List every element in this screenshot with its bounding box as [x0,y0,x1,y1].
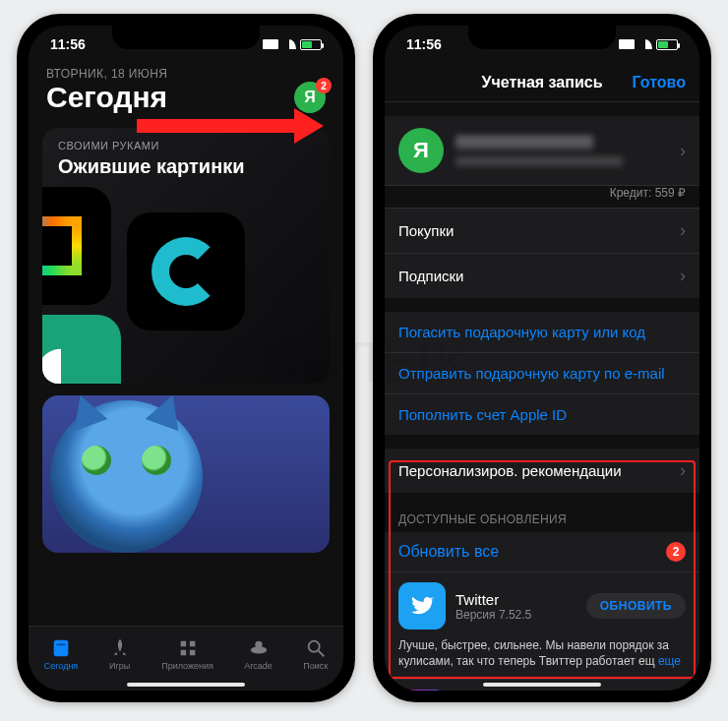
svg-point-4 [308,640,319,651]
tab-apps[interactable]: Приложения [161,637,213,671]
app-update-row: Twitter Версия 7.52.5 ОБНОВИТЬ Лучше, бы… [385,572,699,680]
right-screen: 11:56 Учетная запись Готово Я › [385,26,699,691]
account-avatar: Я [398,128,444,173]
svg-rect-1 [56,643,65,645]
battery-icon [300,39,322,50]
redeem-row[interactable]: Погасить подарочную карту или код [385,312,699,353]
chevron-right-icon: › [680,266,686,286]
more-link[interactable]: еще [658,654,681,668]
update-all-label: Обновить все [398,543,499,561]
tab-label: Поиск [303,661,328,671]
credit-row: Кредит: 559 ₽ [385,186,699,209]
update-button[interactable]: ОБНОВИТЬ [586,593,686,619]
update-all-row[interactable]: Обновить все 2 [385,532,699,572]
arcade-icon [248,637,270,659]
avatar-initial: Я [304,89,316,106]
twitter-app-icon [398,582,446,630]
account-name-redacted [455,136,593,150]
svg-line-5 [319,650,325,656]
notch [468,26,616,49]
avatar-badge: 2 [316,78,332,93]
credit-label: Кредит: 559 ₽ [610,186,686,200]
account-section: Я › Кредит: 559 ₽ [385,116,699,209]
instagram-app-icon [398,690,446,691]
today-icon [50,637,72,659]
app-description: Лучше, быстрее, сильнее. Мы навели поряд… [398,637,686,669]
account-row[interactable]: Я › [385,116,699,186]
update-count-badge: 2 [666,542,686,562]
tab-bar: Сегодня Игры Приложения Arcade Поиск [29,626,343,691]
tab-label: Игры [109,661,130,671]
card-caption: СВОИМИ РУКАМИ [58,140,159,151]
app-version: Версия 7.52.5 [455,608,576,622]
avatar-initial: Я [413,138,429,163]
twitter-bird-icon [408,592,436,620]
app-tile-icon [42,187,111,305]
chevron-right-icon: › [680,141,686,161]
annotation-arrow [137,112,324,140]
tab-label: Arcade [244,661,273,671]
row-label: Персонализиров. рекомендации [398,462,622,479]
featured-card-2[interactable] [42,395,330,553]
svg-rect-0 [54,639,69,656]
updates-section: Обновить все 2 Twitter Версия 7.52.5 ОБН… [385,532,699,691]
home-indicator[interactable] [483,683,601,687]
right-phone-frame: 11:56 Учетная запись Готово Я › [373,14,711,702]
add-funds-row[interactable]: Пополнить счет Apple ID [385,394,699,435]
done-button[interactable]: Готово [633,74,686,91]
cellular-icon [263,39,278,49]
row-label: Погасить подарочную карту или код [398,324,645,340]
svg-point-3 [255,640,262,647]
tab-search[interactable]: Поиск [303,637,328,671]
chevron-right-icon: › [680,460,686,481]
purchases-row[interactable]: Покупки › [385,209,699,254]
today-title: Сегодня [46,81,167,114]
wifi-icon [638,39,652,49]
apps-icon [177,637,199,659]
app-tile-icon [42,315,121,384]
row-label: Пополнить счет Apple ID [398,406,567,423]
send-gift-row[interactable]: Отправить подарочную карту по e-mail [385,353,699,394]
tab-label: Приложения [161,661,213,671]
today-date: Вторник, 18 Июня [46,67,326,81]
notch [112,26,260,49]
card-title: Ожившие картинки [58,155,245,178]
navigation-bar: Учетная запись Готово [385,63,699,102]
tab-games[interactable]: Игры [109,637,131,671]
tab-arcade[interactable]: Arcade [244,637,273,671]
left-phone-frame: 11:56 Вторник, 18 Июня Сегодня Я 2 СВОИМ… [17,14,355,702]
status-time: 11:56 [406,36,442,52]
subscriptions-row[interactable]: Подписки › [385,254,699,298]
nav-title: Учетная запись [482,74,603,91]
row-label: Подписки [398,268,464,284]
search-icon [305,637,327,659]
home-indicator[interactable] [127,683,245,687]
cellular-icon [619,39,635,49]
personalized-row[interactable]: Персонализиров. рекомендации › [385,449,699,493]
updates-header: Доступные обновления [385,507,699,532]
chevron-right-icon: › [680,220,686,241]
row-label: Отправить подарочную карту по e-mail [398,365,665,382]
rocket-icon [109,637,131,659]
wifi-icon [282,39,296,49]
tab-today[interactable]: Сегодня [44,637,79,671]
featured-card-1[interactable]: СВОИМИ РУКАМИ Ожившие картинки [42,128,330,384]
app-tile-icon [127,212,245,330]
left-screen: 11:56 Вторник, 18 Июня Сегодня Я 2 СВОИМ… [29,26,343,691]
status-time: 11:56 [50,36,86,52]
cat-character-icon [50,400,203,553]
tab-label: Сегодня [44,661,79,671]
app-name: Twitter [455,591,576,608]
battery-icon [656,39,678,50]
account-email-redacted [455,156,623,166]
row-label: Покупки [398,222,454,239]
